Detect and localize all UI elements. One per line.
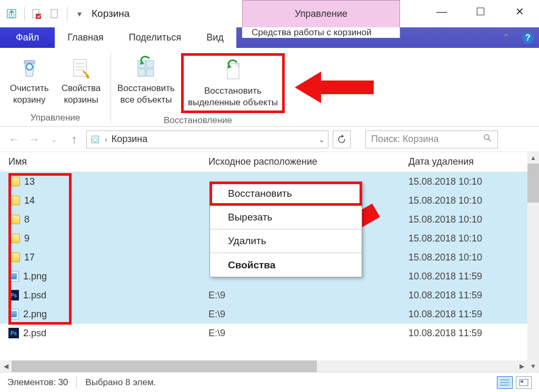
address-dropdown-icon[interactable]: ⌄ <box>318 135 325 144</box>
tab-home[interactable]: Главная <box>55 27 116 48</box>
address-bar: ← → ⌄ ↑ › Корзина ⌄ Поиск: Корзина <box>0 127 539 152</box>
column-original-location[interactable]: Исходное расположение <box>208 156 408 167</box>
image-file-icon <box>8 271 19 282</box>
scroll-left-icon[interactable]: ◀ <box>0 360 12 372</box>
view-large-icons-button[interactable] <box>516 376 532 389</box>
file-row[interactable]: 2.pngE:\910.08.2018 11:59 <box>0 305 527 324</box>
restore-selected-icon <box>220 58 245 83</box>
folder-icon <box>8 234 20 243</box>
folder-icon <box>8 177 20 186</box>
close-button[interactable]: ✕ <box>500 0 539 23</box>
file-original-location: E:\9 <box>208 328 408 339</box>
help-icon[interactable]: ? <box>522 32 534 44</box>
svg-rect-15 <box>146 69 154 76</box>
quick-access-toolbar: ▾ <box>0 0 85 27</box>
tab-view[interactable]: Вид <box>194 27 236 48</box>
maximize-button[interactable]: ☐ <box>461 0 500 23</box>
empty-bin-icon <box>17 55 42 81</box>
ctx-cut[interactable]: Вырезать <box>210 206 362 229</box>
status-bar: Элементов: 30 Выбрано 8 элем. <box>0 372 539 392</box>
file-name: 17 <box>24 252 35 263</box>
ribbon-collapse-icon[interactable]: ⌃ <box>502 32 511 44</box>
file-name: 2.png <box>23 309 47 320</box>
column-name[interactable]: Имя <box>8 156 208 167</box>
refresh-button[interactable] <box>333 130 351 148</box>
bin-properties-button[interactable]: Свойства корзины <box>55 53 107 108</box>
svg-rect-7 <box>74 59 86 76</box>
svg-marker-20 <box>295 72 374 103</box>
chevron-right-icon[interactable]: › <box>105 135 107 144</box>
nav-back-button[interactable]: ← <box>6 132 22 147</box>
file-date-deleted: 10.08.2018 11:59 <box>408 328 527 339</box>
search-placeholder: Поиск: Корзина <box>371 134 438 145</box>
empty-bin-button[interactable]: Очистить корзину <box>4 53 55 108</box>
contextual-tab-header: Управление <box>242 0 400 27</box>
bin-properties-label: Свойства корзины <box>62 83 101 106</box>
tab-share[interactable]: Поделиться <box>116 27 194 48</box>
nav-recent-button[interactable]: ⌄ <box>46 132 62 147</box>
file-date-deleted: 15.08.2018 10:10 <box>408 214 527 225</box>
address-box[interactable]: › Корзина ⌄ <box>86 130 328 148</box>
recycle-bin-icon <box>5 7 18 20</box>
nav-forward-button[interactable]: → <box>26 132 42 147</box>
svg-rect-4 <box>51 9 57 18</box>
svg-line-25 <box>488 139 491 142</box>
svg-rect-14 <box>138 69 145 76</box>
nav-up-button[interactable]: ↑ <box>66 132 82 147</box>
file-list-pane: Имя Исходное расположение Дата удаления … <box>0 152 539 372</box>
vertical-scrollbar[interactable]: ▲ ▼ <box>527 152 539 372</box>
properties-icon[interactable] <box>31 8 43 19</box>
svg-point-24 <box>484 135 489 139</box>
file-name: 9 <box>24 233 29 244</box>
column-headers: Имя Исходное расположение Дата удаления <box>0 152 539 172</box>
ribbon-group-restore-label: Восстановление <box>164 113 232 128</box>
tab-file[interactable]: Файл <box>0 27 55 48</box>
restore-all-icon <box>134 55 159 81</box>
divider <box>24 7 25 21</box>
empty-bin-label: Очистить корзину <box>10 83 49 106</box>
svg-rect-3 <box>36 14 41 19</box>
ctx-restore[interactable]: Восстановить <box>210 182 362 206</box>
psd-file-icon: Ps <box>8 290 19 300</box>
ctx-delete[interactable]: Удалить <box>210 229 362 253</box>
folder-icon <box>8 215 20 224</box>
image-file-icon <box>8 309 19 319</box>
minimize-button[interactable]: — <box>422 0 461 23</box>
scroll-right-icon[interactable]: ▶ <box>516 360 527 372</box>
status-elements-label: Элементов: <box>7 377 56 388</box>
window-title: Корзина <box>85 0 129 27</box>
search-icon <box>483 133 492 145</box>
restore-selected-label: Восстановить выделенные объекты <box>188 85 278 108</box>
restore-all-label: Восстановить все объекты <box>117 83 175 106</box>
file-name: 14 <box>24 195 35 206</box>
restore-selected-button[interactable]: Восстановить выделенные объекты <box>181 53 285 113</box>
divider <box>67 7 67 21</box>
search-box[interactable]: Поиск: Корзина <box>365 130 498 148</box>
view-details-button[interactable] <box>497 376 513 389</box>
svg-rect-31 <box>521 380 523 383</box>
tab-recycle-tools[interactable]: Средства работы с корзиной <box>242 27 400 38</box>
recycle-bin-icon <box>90 134 101 145</box>
file-name: 1.png <box>23 271 47 282</box>
svg-rect-5 <box>24 61 35 63</box>
new-item-icon[interactable] <box>49 8 61 19</box>
ribbon-group-manage-label: Управление <box>31 110 81 125</box>
file-date-deleted: 10.08.2018 11:59 <box>408 290 527 301</box>
divider <box>76 377 77 388</box>
scroll-up-icon[interactable]: ▲ <box>527 152 539 164</box>
dropdown-icon[interactable]: ▾ <box>74 8 85 19</box>
ctx-properties[interactable]: Свойства <box>210 253 362 277</box>
explorer-window: ▾ Корзина Управление — ☐ ✕ Файл Главная … <box>0 0 539 392</box>
restore-all-button[interactable]: Восстановить все объекты <box>111 53 181 108</box>
file-row[interactable]: Ps2.psdE:\910.08.2018 11:59 <box>0 324 527 343</box>
titlebar: ▾ Корзина Управление — ☐ ✕ <box>0 0 539 27</box>
column-date-deleted[interactable]: Дата удаления <box>408 156 539 167</box>
horizontal-scrollbar[interactable]: ◀ ▶ <box>0 360 527 372</box>
file-row[interactable]: Ps1.psdE:\910.08.2018 11:59 <box>0 286 527 305</box>
file-date-deleted: 10.08.2018 11:59 <box>408 309 527 320</box>
file-original-location: E:\9 <box>208 290 408 301</box>
file-name: 8 <box>24 214 29 225</box>
window-controls: — ☐ ✕ <box>422 0 539 27</box>
scroll-down-icon[interactable]: ▼ <box>527 360 539 372</box>
file-date-deleted: 15.08.2018 10:10 <box>408 233 527 244</box>
